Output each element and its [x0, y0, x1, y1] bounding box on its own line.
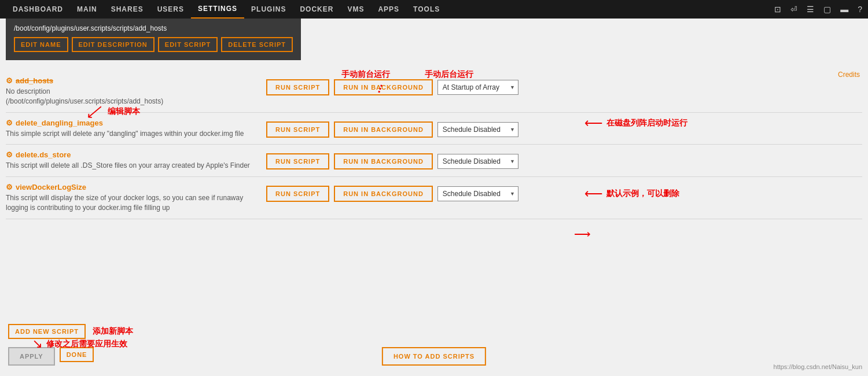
run-script-button-1[interactable]: RUN SCRIPT — [266, 121, 329, 138]
annotation-add-new: 添加新脚本 — [93, 326, 133, 337]
schedule-select-2[interactable]: At Startup of Array Schedule Disabled Ho… — [437, 154, 518, 169]
script-actions-3: RUN SCRIPT RUN IN BACKGROUND At Startup … — [266, 186, 518, 202]
icon-terminal[interactable]: ⏎ — [790, 5, 797, 14]
schedule-select-1[interactable]: At Startup of Array Schedule Disabled Ho… — [437, 122, 518, 137]
script-info-1: ⚙ delete_dangling_images This simple scr… — [6, 119, 255, 139]
run-background-button-2[interactable]: RUN IN BACKGROUND — [334, 153, 433, 169]
script-info-2: ⚙ delete.ds_store This script will delet… — [6, 150, 255, 171]
schedule-select-0[interactable]: At Startup of Array Schedule Disabled Ho… — [437, 80, 518, 95]
script-actions-1: RUN SCRIPT RUN IN BACKGROUND At Startup … — [266, 121, 518, 138]
script-desc-3: This script will display the size of you… — [6, 193, 255, 213]
script-name-2[interactable]: ⚙ delete.ds_store — [6, 150, 255, 159]
nav-dashboard[interactable]: DASHBOARD — [6, 0, 70, 19]
edit-buttons-group: EDIT NAME EDIT DESCRIPTION EDIT SCRIPT D… — [14, 37, 293, 52]
nav-apps[interactable]: APPS — [371, 0, 406, 19]
main-content: /boot/config/plugins/user.scripts/script… — [0, 19, 868, 376]
scripts-area: ⚙ add_hosts No description(/boot/config/… — [0, 71, 868, 219]
script-desc-1: This simple script will delete any "dang… — [6, 129, 255, 139]
how-to-add-scripts-button[interactable]: HOW TO ADD SCRIPTS — [382, 347, 486, 366]
run-script-button-2[interactable]: RUN SCRIPT — [266, 153, 329, 169]
script-name-1[interactable]: ⚙ delete_dangling_images — [6, 119, 255, 127]
annotation-startup-array: ⟵ 在磁盘列阵启动时运行 — [584, 116, 687, 131]
script-info-0: ⚙ add_hosts No description(/boot/config/… — [6, 76, 255, 106]
edit-script-button[interactable]: EDIT SCRIPT — [158, 37, 218, 52]
icon-message[interactable]: ☰ — [807, 5, 814, 14]
run-background-button-3[interactable]: RUN IN BACKGROUND — [334, 186, 433, 202]
script-actions-0: RUN SCRIPT RUN IN BACKGROUND At Startup … — [266, 79, 518, 95]
nav-vms[interactable]: VMS — [340, 0, 371, 19]
nav-tools[interactable]: TOOLS — [406, 0, 447, 19]
nav-settings[interactable]: SETTINGS — [191, 0, 244, 19]
schedule-select-wrapper-1: At Startup of Array Schedule Disabled Ho… — [437, 122, 518, 137]
gear-icon-3: ⚙ — [6, 183, 13, 191]
edit-description-button[interactable]: EDIT DESCRIPTION — [72, 37, 155, 52]
script-name-3[interactable]: ⚙ viewDockerLogSize — [6, 183, 255, 191]
arrow-default-example-2: ⟶ — [574, 227, 591, 241]
run-script-button-3[interactable]: RUN SCRIPT — [266, 186, 329, 202]
nav-shares[interactable]: SHARES — [104, 0, 150, 19]
icon-help[interactable]: ? — [858, 5, 862, 14]
edit-name-button[interactable]: EDIT NAME — [14, 37, 68, 52]
table-row: ⚙ delete.ds_store This script will delet… — [6, 145, 862, 177]
table-row: ⚙ viewDockerLogSize This script will dis… — [6, 177, 862, 219]
nav-docker[interactable]: DOCKER — [293, 0, 340, 19]
nav-main[interactable]: MAIN — [70, 0, 104, 19]
nav-users[interactable]: USERS — [150, 0, 191, 19]
icon-monitor[interactable]: ▢ — [823, 5, 831, 14]
annotation-edit-script: ⟵ 编辑脚本 — [86, 104, 140, 119]
icon-menu[interactable]: ▬ — [840, 5, 848, 14]
annotation-apply-effect: ↖ 修改之后需要应用生效 — [32, 337, 127, 352]
schedule-select-wrapper-2: At Startup of Array Schedule Disabled Ho… — [437, 154, 518, 169]
script-name-0[interactable]: ⚙ add_hosts — [6, 76, 255, 85]
schedule-select-wrapper-0: At Startup of Array Schedule Disabled Ho… — [437, 80, 518, 95]
annotation-manual-run: 手动前台运行 手动后台运行 — [341, 69, 473, 80]
gear-icon-2: ⚙ — [6, 150, 13, 159]
run-background-button-1[interactable]: RUN IN BACKGROUND — [334, 121, 433, 138]
script-actions-2: RUN SCRIPT RUN IN BACKGROUND At Startup … — [266, 153, 518, 169]
watermark: https://blog.csdn.net/Naisu_kun — [774, 363, 862, 370]
annotation-default-example: ⟵ 默认示例，可以删除 — [584, 186, 679, 201]
script-desc-2: This script will delete all .DS_Store fi… — [6, 161, 255, 171]
script-info-3: ⚙ viewDockerLogSize This script will dis… — [6, 183, 255, 213]
delete-script-button[interactable]: DELETE SCRIPT — [221, 37, 293, 52]
nav-plugins[interactable]: PLUGINS — [244, 0, 293, 19]
top-navigation: DASHBOARD MAIN SHARES USERS SETTINGS PLU… — [0, 0, 868, 19]
add-new-row: ADD NEW SCRIPT 添加新脚本 — [8, 324, 860, 339]
schedule-select-wrapper-3: At Startup of Array Schedule Disabled Ho… — [437, 186, 518, 201]
edit-panel: /boot/config/plugins/user.scripts/script… — [6, 19, 301, 60]
gear-icon-1: ⚙ — [6, 119, 13, 127]
script-desc-0: No description(/boot/config/plugins/user… — [6, 87, 255, 106]
icon-display-switch[interactable]: ⊡ — [774, 5, 781, 14]
nav-right-icons: ⊡ ⏎ ☰ ▢ ▬ ? — [774, 5, 862, 14]
run-script-button-0[interactable]: RUN SCRIPT — [266, 79, 329, 95]
schedule-select-3[interactable]: At Startup of Array Schedule Disabled Ho… — [437, 186, 518, 201]
credits-link[interactable]: Credits — [838, 71, 860, 79]
gear-icon-0: ⚙ — [6, 76, 13, 85]
script-path: /boot/config/plugins/user.scripts/script… — [14, 24, 293, 32]
